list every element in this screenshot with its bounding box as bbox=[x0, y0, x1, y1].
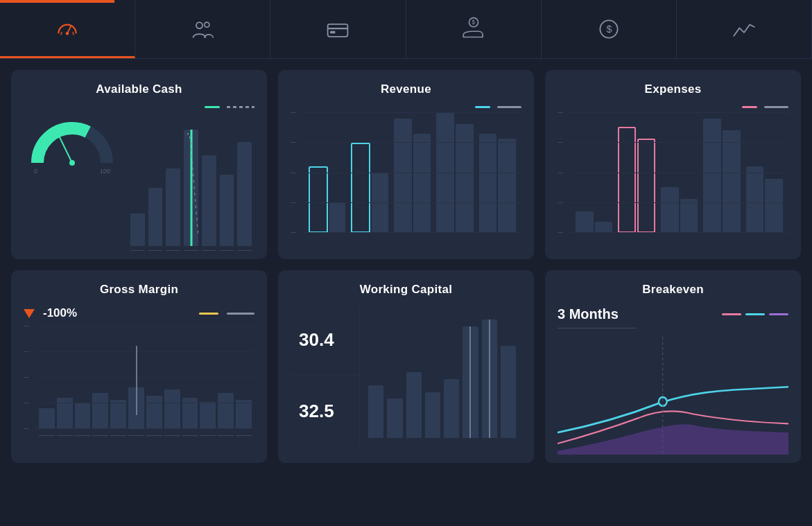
exp-bar-1-cur bbox=[576, 211, 594, 233]
exp-ytick-5 bbox=[558, 112, 563, 113]
working-capital-title: Working Capital bbox=[291, 283, 521, 297]
working-capital-content: 30.4 32.5 bbox=[291, 306, 521, 445]
exp-bar-groups bbox=[570, 112, 788, 233]
cash-xlbl-5 bbox=[202, 250, 216, 251]
exp-group-5 bbox=[746, 112, 783, 233]
gross-margin-pct: -100% bbox=[43, 306, 77, 320]
gross-margin-card: Gross Margin -100% bbox=[11, 270, 267, 463]
cash-bars-section bbox=[128, 112, 254, 251]
gb-11 bbox=[218, 393, 234, 429]
rev-bar-3-cur bbox=[394, 119, 412, 233]
nav-payment[interactable]: $ bbox=[406, 0, 542, 58]
exp-ytick-3 bbox=[558, 173, 563, 173]
gxl-6 bbox=[128, 435, 144, 436]
gb-12 bbox=[236, 400, 252, 429]
nav-analytics[interactable] bbox=[677, 0, 812, 58]
cash-xlbl-2 bbox=[148, 250, 163, 251]
gxl-9 bbox=[182, 435, 198, 436]
svg-line-11 bbox=[60, 137, 72, 163]
available-cash-card: Available Cash bbox=[11, 70, 267, 259]
wc-bar-6-line bbox=[469, 326, 471, 439]
svg-point-0 bbox=[66, 31, 69, 35]
exp-bar-5-prev bbox=[765, 179, 783, 233]
rev-bar-1-cur bbox=[309, 166, 328, 233]
gxl-5 bbox=[110, 435, 126, 436]
gauge-min: 0 bbox=[34, 168, 37, 175]
gb-3 bbox=[75, 403, 91, 429]
exp-group-1 bbox=[576, 112, 612, 233]
breakeven-header: 3 Months bbox=[558, 306, 788, 322]
svg-text:$: $ bbox=[606, 24, 612, 35]
revenue-title: Revenue bbox=[291, 82, 521, 96]
g-ytick-1 bbox=[24, 428, 29, 429]
legend-projected bbox=[227, 106, 254, 108]
wc-divider bbox=[291, 375, 359, 376]
nav-card[interactable] bbox=[270, 0, 406, 58]
nav-money[interactable]: $ bbox=[542, 0, 677, 58]
gb-10 bbox=[200, 402, 216, 429]
svg-point-12 bbox=[69, 160, 75, 166]
exp-legend-current bbox=[742, 106, 757, 108]
rev-ytick-1 bbox=[291, 232, 296, 233]
gross-chart-area bbox=[24, 326, 254, 440]
exp-group-2 bbox=[618, 112, 655, 233]
dashboard-grid: Available Cash bbox=[0, 59, 812, 474]
cash-bar-2 bbox=[148, 188, 163, 246]
available-cash-content: 0 100 bbox=[24, 112, 254, 251]
rev-group-2 bbox=[351, 112, 388, 233]
gauge-labels: 0 100 bbox=[34, 168, 110, 175]
gauge-section: 0 100 bbox=[24, 112, 121, 251]
cash-bar-1 bbox=[130, 213, 145, 246]
gross-margin-header: -100% bbox=[24, 306, 254, 320]
wc-bar-7 bbox=[482, 319, 497, 438]
gxl-11 bbox=[218, 435, 234, 436]
gb-9 bbox=[182, 398, 198, 429]
nav-people[interactable] bbox=[135, 0, 270, 58]
g-ytick-2 bbox=[24, 403, 29, 403]
cash-xlbl-6 bbox=[220, 250, 234, 251]
rev-bar-5-prev bbox=[498, 139, 516, 233]
breakeven-svg bbox=[558, 337, 788, 455]
cash-bar-highlighted bbox=[184, 130, 198, 246]
g-ytick-5 bbox=[24, 326, 29, 326]
g-ytick-4 bbox=[24, 351, 29, 352]
expenses-title: Expenses bbox=[558, 82, 788, 96]
cash-bar-7 bbox=[237, 142, 252, 246]
exp-ytick-1 bbox=[558, 232, 563, 233]
wc-bar-8 bbox=[501, 346, 516, 438]
exp-ytick-2 bbox=[558, 202, 563, 203]
rev-group-1 bbox=[309, 112, 345, 233]
wc-bar-4 bbox=[425, 392, 440, 439]
rev-bar-1-prev bbox=[329, 203, 346, 234]
svg-rect-3 bbox=[328, 24, 348, 37]
exp-bar-3-cur bbox=[661, 187, 679, 233]
wc-value-1: 30.4 bbox=[291, 322, 359, 358]
g-ytick-3 bbox=[24, 377, 29, 378]
rev-group-5 bbox=[479, 112, 516, 233]
rev-group-4 bbox=[436, 112, 473, 233]
gross-x-labels bbox=[36, 429, 254, 440]
gross-bars-container bbox=[36, 326, 254, 440]
legend-projected-color bbox=[227, 106, 254, 108]
cash-bar-3 bbox=[166, 168, 180, 246]
wc-bar-3 bbox=[406, 372, 422, 438]
breakeven-card: Breakeven 3 Months ──────────────────── bbox=[545, 270, 801, 463]
wc-bar-6 bbox=[463, 326, 478, 439]
gauge-svg bbox=[31, 118, 114, 166]
nav-dashboard[interactable] bbox=[0, 0, 135, 58]
gxl-1 bbox=[39, 435, 55, 436]
exp-legend-prev bbox=[764, 106, 788, 108]
available-cash-title: Available Cash bbox=[24, 82, 254, 96]
gb-7 bbox=[146, 396, 162, 429]
rev-ytick-5 bbox=[291, 112, 296, 113]
exp-group-4 bbox=[703, 112, 740, 233]
rev-y-axis bbox=[291, 112, 303, 244]
rev-group-3 bbox=[394, 112, 431, 233]
legend-actual-color bbox=[205, 106, 220, 108]
gxl-3 bbox=[75, 435, 91, 436]
rev-ytick-3 bbox=[291, 173, 296, 173]
available-cash-legend bbox=[24, 106, 254, 108]
rev-bar-2-cur bbox=[351, 143, 370, 234]
svg-rect-5 bbox=[331, 31, 336, 34]
rev-legend-prev bbox=[497, 106, 521, 108]
